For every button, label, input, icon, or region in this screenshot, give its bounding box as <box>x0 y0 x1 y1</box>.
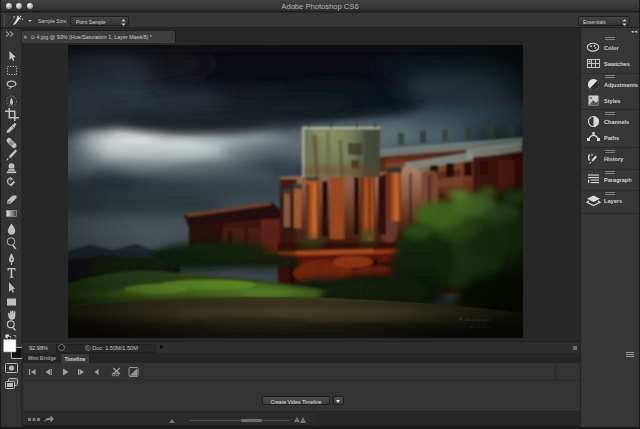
svg-text:Swatches: Swatches <box>604 61 630 67</box>
svg-text:History: History <box>604 156 624 162</box>
svg-text:Layers: Layers <box>604 198 622 204</box>
svg-text:Color: Color <box>604 45 619 51</box>
svg-text:Paths: Paths <box>604 135 619 141</box>
svg-text:fx: fx <box>593 100 598 106</box>
svg-text:Paragraph: Paragraph <box>604 177 632 183</box>
svg-text:Styles: Styles <box>604 98 620 104</box>
svg-text:Channels: Channels <box>604 119 629 125</box>
svg-text:Adjustments: Adjustments <box>604 82 638 88</box>
